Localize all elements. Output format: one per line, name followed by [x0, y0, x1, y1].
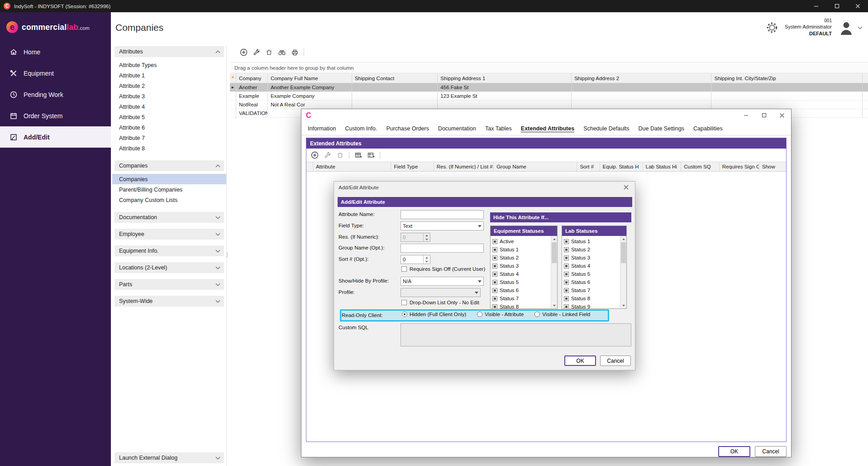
requires-sign-off-checkbox[interactable]: Requires Sign Off (Current User)	[401, 266, 485, 272]
export-grid-button[interactable]	[367, 151, 375, 159]
radio-visible-linked-field[interactable]: Visible - Linked Field	[534, 312, 590, 317]
column-header-requires-sign-off[interactable]: Requires Sign Of	[720, 162, 759, 171]
tab-tax-tables[interactable]: Tax Tables	[481, 122, 516, 135]
custom-sql-textarea[interactable]	[401, 323, 631, 346]
attribute-name-input[interactable]	[403, 211, 482, 219]
section-documentation[interactable]: Documentation	[114, 212, 224, 223]
table-row[interactable]: NotReal Not A Real Cor	[230, 101, 868, 109]
nav-item-attribute-6[interactable]: Attribute 6	[112, 122, 226, 133]
ok-button[interactable]: OK	[718, 446, 750, 457]
maximize-icon[interactable]	[826, 0, 847, 12]
sidebar-item-home[interactable]: Home	[0, 41, 111, 62]
scroll-up-icon[interactable]	[551, 236, 557, 242]
profile-select[interactable]	[401, 288, 481, 297]
column-header-company-full-name[interactable]: Company Full Name	[268, 73, 352, 83]
list-item[interactable]: Status 3	[564, 254, 619, 262]
dropdown-list-only-checkbox[interactable]: Drop-Down List Only - No Edit	[401, 300, 479, 305]
sidebar-item-pending-work[interactable]: Pending Work	[0, 84, 111, 105]
nav-item-attribute-types[interactable]: Attribute Types	[112, 60, 226, 70]
list-item[interactable]: Status 6	[564, 278, 619, 286]
tab-custom-info[interactable]: Custom Info.	[341, 122, 382, 135]
section-launch-external-dialog[interactable]: Launch External Dialog	[114, 452, 224, 463]
stepper-up-icon[interactable]	[424, 233, 430, 237]
column-header-company[interactable]: Company	[236, 73, 268, 83]
add-attribute-button[interactable]	[311, 151, 319, 159]
list-item[interactable]: Status 8	[564, 294, 619, 303]
column-header-res-if-numeric[interactable]: Res. (If Numeric) / List #	[434, 162, 494, 171]
section-parts[interactable]: Parts	[114, 279, 224, 290]
sort-stepper[interactable]: 0	[401, 255, 430, 264]
nav-item-attribute-8[interactable]: Attribute 8	[112, 143, 226, 154]
list-item[interactable]: Status 2	[492, 254, 550, 262]
column-header-field-type[interactable]: Field Type	[391, 162, 434, 171]
stepper-up-icon[interactable]	[424, 255, 430, 259]
user-menu-button[interactable]	[838, 20, 862, 35]
list-item[interactable]: Status 7	[564, 286, 619, 294]
column-header-group-name[interactable]: Group Name	[494, 162, 577, 171]
stepper-down-icon[interactable]	[424, 259, 430, 264]
sidebar-item-add-edit[interactable]: Add/Edit	[0, 126, 111, 148]
section-employee[interactable]: Employee	[114, 229, 224, 240]
scrollbar-thumb[interactable]	[552, 242, 557, 263]
tab-extended-attributes[interactable]: Extended Attributes	[516, 122, 579, 135]
list-item[interactable]: Status 5	[492, 278, 550, 286]
list-item[interactable]: Status 4	[492, 270, 550, 278]
list-item[interactable]: Status 7	[492, 294, 550, 303]
radio-hidden-full-client-only[interactable]: Hidden (Full Client Only)	[402, 312, 466, 317]
column-header-shipping-contact[interactable]: Shipping Contact	[352, 73, 438, 83]
show-hide-by-profile-select[interactable]: N/A	[401, 277, 484, 286]
column-header-lab-status[interactable]: Lab Status Hi	[643, 162, 681, 171]
settings-button[interactable]	[765, 21, 779, 34]
group-name-field[interactable]	[401, 244, 484, 253]
column-header-shipping-address-2[interactable]: Shipping Address 2	[572, 73, 712, 83]
column-header-custom-sql[interactable]: Custom SQ	[681, 162, 719, 171]
nav-item-attribute-4[interactable]: Attribute 4	[112, 101, 226, 112]
nav-item-parent-billing-companies[interactable]: Parent/Billing Companies	[112, 184, 226, 195]
edit-attribute-button[interactable]	[324, 151, 331, 159]
tab-information[interactable]: Information	[303, 122, 341, 135]
column-header-equip-status[interactable]: Equip. Status H	[600, 162, 643, 171]
nav-item-attribute-7[interactable]: Attribute 7	[112, 133, 226, 143]
section-locations[interactable]: Locations (2-Level)	[114, 262, 224, 273]
radio-visible-attribute[interactable]: Visible - Attribute	[477, 312, 524, 317]
list-item[interactable]: Status 2	[564, 245, 619, 254]
scrollbar-thumb[interactable]	[621, 242, 626, 263]
sidebar-item-order-system[interactable]: Order System	[0, 105, 111, 126]
list-item[interactable]: Status 9	[564, 303, 619, 308]
table-row[interactable]: Example Example Company 123 Example St	[230, 92, 868, 101]
section-companies[interactable]: Companies	[114, 160, 224, 171]
column-header-shipping-address-1[interactable]: Shipping Address 1	[438, 73, 572, 83]
panel-splitter[interactable]	[226, 250, 228, 260]
import-grid-button[interactable]	[354, 151, 362, 159]
tab-due-date-settings[interactable]: Due Date Settings	[634, 122, 689, 135]
section-attributes[interactable]: Attributes	[114, 46, 224, 57]
close-icon[interactable]	[622, 183, 630, 192]
list-item[interactable]: Status 3	[492, 262, 550, 270]
list-item[interactable]: Status 6	[492, 286, 550, 294]
close-icon[interactable]	[773, 109, 791, 121]
column-header-attribute[interactable]: Attribute	[313, 162, 391, 171]
delete-record-button[interactable]	[265, 48, 273, 56]
group-name-input[interactable]	[403, 244, 482, 252]
nav-item-company-custom-lists[interactable]: Company Custom Lists	[112, 195, 226, 205]
scroll-up-icon[interactable]	[620, 236, 626, 242]
scroll-down-icon[interactable]	[620, 303, 626, 308]
close-icon[interactable]	[847, 0, 868, 12]
stepper-down-icon[interactable]	[424, 237, 430, 241]
search-button[interactable]	[278, 48, 286, 56]
scrollbar[interactable]	[551, 236, 557, 308]
column-header-show[interactable]: Show	[759, 162, 786, 171]
list-item[interactable]: Active	[492, 237, 550, 245]
nav-item-attribute-2[interactable]: Attribute 2	[112, 81, 226, 91]
nav-item-companies[interactable]: Companies	[112, 174, 226, 184]
add-record-button[interactable]	[240, 48, 248, 56]
tab-capabilities[interactable]: Capabilities	[689, 122, 727, 135]
scrollbar[interactable]	[620, 236, 626, 308]
minimize-icon[interactable]	[806, 0, 826, 12]
sidebar-item-equipment[interactable]: Equipment	[0, 62, 111, 84]
list-item[interactable]: Status 1	[564, 237, 619, 245]
delete-attribute-button[interactable]	[336, 151, 344, 159]
nav-item-attribute-1[interactable]: Attribute 1	[112, 70, 226, 81]
table-row[interactable]: ▶ Another Another Example Company 456 Fa…	[230, 83, 868, 92]
section-equipment-info[interactable]: Equipment Info.	[114, 245, 224, 256]
